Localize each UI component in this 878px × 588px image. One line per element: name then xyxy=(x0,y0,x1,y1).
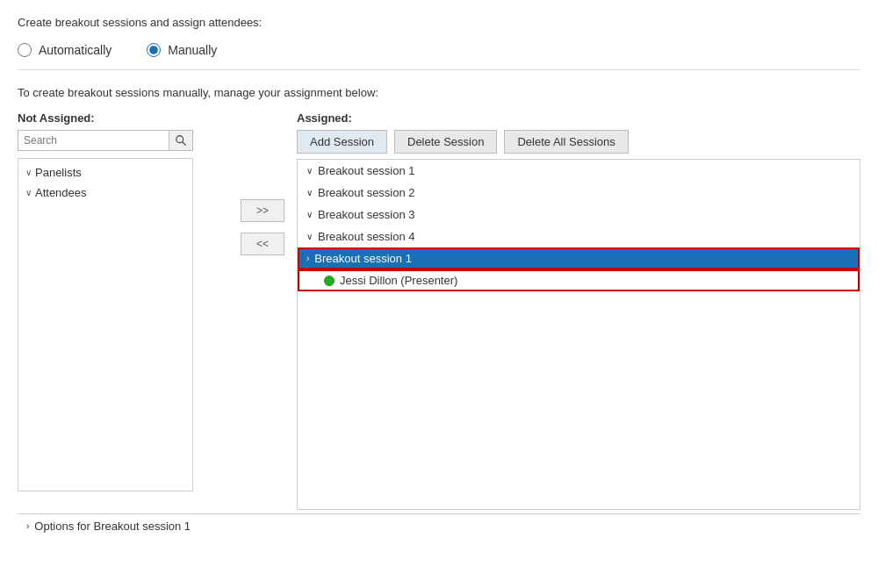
not-assigned-column: Not Assigned: ∨ Panelists ∨ Attendees xyxy=(18,111,228,491)
delete-all-sessions-button[interactable]: Delete All Sessions xyxy=(504,130,628,154)
attendees-label: Attendees xyxy=(35,186,87,199)
list-item[interactable]: ∨ Breakout session 1 xyxy=(298,160,860,182)
assigned-column: Assigned: Add Session Delete Session Del… xyxy=(297,111,860,510)
search-box xyxy=(18,130,193,151)
panelists-label: Panelists xyxy=(35,166,82,179)
move-right-button[interactable]: >> xyxy=(241,199,284,222)
tree-item-attendees[interactable]: ∨ Attendees xyxy=(18,183,192,203)
svg-line-1 xyxy=(183,142,186,146)
manual-instruction: To create breakout sessions manually, ma… xyxy=(18,86,860,99)
list-item[interactable]: ∨ Breakout session 3 xyxy=(298,204,860,226)
radio-manually-input[interactable] xyxy=(147,43,161,57)
chevron-session3-icon: ∨ xyxy=(306,210,313,219)
tree-item-panelists[interactable]: ∨ Panelists xyxy=(18,162,192,183)
chevron-session1-icon: ∨ xyxy=(306,166,313,176)
search-icon xyxy=(175,134,187,147)
not-assigned-header: Not Assigned: xyxy=(18,111,228,125)
options-footer-label: Options for Breakout session 1 xyxy=(34,520,191,533)
chevron-panelists: ∨ xyxy=(25,168,32,177)
online-status-icon xyxy=(324,276,335,286)
list-item[interactable]: ∨ Breakout session 2 xyxy=(298,182,860,204)
arrows-column: >> << xyxy=(228,199,297,255)
assigned-toolbar: Add Session Delete Session Delete All Se… xyxy=(297,130,860,154)
session2-label: Breakout session 2 xyxy=(318,186,415,199)
list-item[interactable]: ∨ Breakout session 4 xyxy=(298,226,860,247)
delete-session-button[interactable]: Delete Session xyxy=(394,130,497,154)
columns-wrapper: Not Assigned: ∨ Panelists ∨ Attendees xyxy=(18,111,860,510)
search-button[interactable] xyxy=(169,131,192,150)
radio-automatically[interactable]: Automatically xyxy=(18,43,112,57)
chevron-session4-icon: ∨ xyxy=(306,232,313,241)
assigned-header: Assigned: xyxy=(297,111,860,125)
radio-manually-label: Manually xyxy=(168,43,217,57)
radio-automatically-label: Automatically xyxy=(39,43,112,57)
session3-label: Breakout session 3 xyxy=(318,208,415,221)
session1-label: Breakout session 1 xyxy=(318,164,415,177)
options-footer[interactable]: › Options for Breakout session 1 xyxy=(18,513,860,538)
attendee-row[interactable]: Jessi Dillon (Presenter) xyxy=(298,269,860,291)
attendee-label: Jessi Dillon (Presenter) xyxy=(340,274,457,287)
move-left-button[interactable]: << xyxy=(241,233,284,255)
add-session-button[interactable]: Add Session xyxy=(297,130,387,154)
session4-label: Breakout session 4 xyxy=(318,230,415,243)
chevron-session2-icon: ∨ xyxy=(306,188,313,197)
chevron-selected-session-icon: › xyxy=(306,254,309,263)
assigned-list: ∨ Breakout session 1 ∨ Breakout session … xyxy=(297,159,860,510)
not-assigned-tree: ∨ Panelists ∨ Attendees xyxy=(18,158,193,491)
options-chevron-icon: › xyxy=(26,521,29,531)
search-input[interactable] xyxy=(18,131,169,150)
chevron-attendees: ∨ xyxy=(25,188,32,197)
selected-session-row[interactable]: › Breakout session 1 xyxy=(298,247,860,269)
main-container: Create breakout sessions and assign atte… xyxy=(0,0,878,547)
page-instruction: Create breakout sessions and assign atte… xyxy=(18,16,860,29)
radio-automatically-input[interactable] xyxy=(18,43,32,57)
selected-session-label: Breakout session 1 xyxy=(314,252,412,265)
radio-group: Automatically Manually xyxy=(18,43,860,70)
radio-manually[interactable]: Manually xyxy=(147,43,217,57)
